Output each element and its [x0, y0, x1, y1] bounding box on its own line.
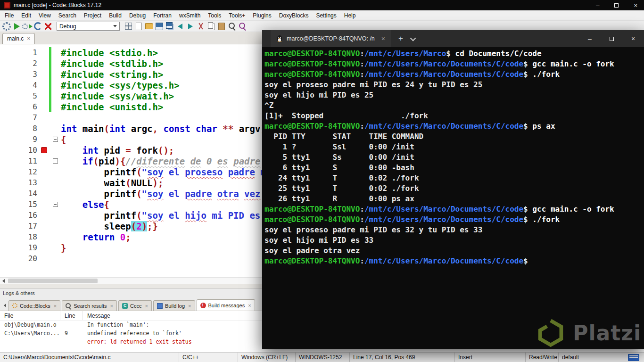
- breakpoint-margin[interactable]: [40, 188, 49, 199]
- new-file-icon[interactable]: [133, 21, 144, 32]
- logs-tab-build-messages[interactable]: Build messages×: [197, 299, 255, 311]
- breakpoint-margin[interactable]: [40, 145, 49, 156]
- build-icon[interactable]: [1, 21, 12, 32]
- copy-icon[interactable]: [206, 21, 216, 32]
- menu-file[interactable]: File: [1, 11, 17, 20]
- tabs-scroll-left-icon[interactable]: [1, 300, 8, 311]
- menu-search[interactable]: Search: [55, 11, 80, 20]
- menu-plugins[interactable]: Plugins: [249, 11, 275, 20]
- menu-wxsmith[interactable]: wxSmith: [175, 11, 204, 20]
- logs-tab-code-blocks[interactable]: Code::Blocks×: [8, 300, 60, 311]
- breakpoint-margin[interactable]: [40, 177, 49, 188]
- close-tab-icon[interactable]: ×: [27, 35, 30, 42]
- column-header-file: File: [0, 311, 60, 320]
- paste-icon[interactable]: [216, 21, 227, 32]
- abort-icon[interactable]: [43, 21, 53, 32]
- cut-icon[interactable]: [196, 21, 206, 32]
- close-tab-icon[interactable]: ×: [381, 35, 385, 42]
- fold-margin: [51, 145, 59, 156]
- breakpoint-margin[interactable]: [40, 156, 49, 166]
- line-number: 2: [0, 58, 40, 69]
- line-number: 18: [0, 231, 40, 242]
- redo-icon[interactable]: [185, 21, 196, 32]
- breakpoint-margin[interactable]: [40, 58, 49, 69]
- build-target-select[interactable]: Debug: [57, 22, 120, 31]
- close-tab-icon[interactable]: ×: [54, 303, 57, 309]
- replace-icon[interactable]: [237, 21, 248, 32]
- scroll-left-arrow-icon[interactable]: [0, 278, 7, 284]
- breakpoint-margin[interactable]: [40, 90, 49, 101]
- maximize-icon: [614, 3, 619, 8]
- breakpoint-margin[interactable]: [40, 101, 49, 112]
- show-target-icon[interactable]: [123, 21, 133, 32]
- menu-tools[interactable]: Tools: [204, 11, 225, 20]
- find-icon[interactable]: [227, 21, 237, 32]
- close-button[interactable]: ×: [622, 30, 644, 47]
- menu-settings[interactable]: Settings: [312, 11, 340, 20]
- breakpoint-margin[interactable]: [40, 199, 49, 210]
- breakpoint-margin[interactable]: [40, 221, 49, 231]
- save-icon[interactable]: [154, 21, 165, 32]
- breakpoint-margin[interactable]: [40, 123, 49, 134]
- editor-tab-main-c[interactable]: main.c ×: [2, 33, 35, 44]
- breakpoint-margin[interactable]: [40, 112, 49, 123]
- breakpoint-margin[interactable]: [40, 210, 49, 221]
- menu-project[interactable]: Project: [80, 11, 105, 20]
- status-profile: default: [559, 353, 615, 362]
- logs-tab-cccc[interactable]: Cccc×: [118, 300, 152, 311]
- logs-tab-build-log[interactable]: Build log×: [153, 300, 195, 311]
- line-number: 1: [0, 47, 40, 58]
- save-all-icon[interactable]: [165, 21, 175, 32]
- terminal-tab[interactable]: marco@DESKTOP-84TQNVO: /n ×: [271, 30, 391, 47]
- codeblocks-app-icon: [4, 2, 10, 8]
- menu-tools[interactable]: Tools+: [225, 11, 249, 20]
- new-tab-button[interactable]: +: [398, 34, 403, 43]
- close-button[interactable]: ×: [634, 2, 637, 8]
- logs-tab-search-results[interactable]: Search results×: [62, 300, 117, 311]
- build-and-run-icon[interactable]: [22, 21, 33, 32]
- minimize-button[interactable]: –: [596, 2, 599, 8]
- menu-debug[interactable]: Debug: [125, 11, 149, 20]
- terminal-window: marco@DESKTOP-84TQNVO: /n × + – × marco@…: [262, 30, 644, 349]
- minimize-button[interactable]: –: [579, 30, 601, 47]
- breakpoint-margin[interactable]: [40, 69, 49, 80]
- undo-icon[interactable]: [175, 21, 185, 32]
- breakpoint-margin[interactable]: [40, 231, 49, 242]
- menu-edit[interactable]: Edit: [17, 11, 35, 20]
- fold-collapse-icon[interactable]: [53, 202, 58, 207]
- breakpoint-margin[interactable]: [40, 80, 49, 90]
- breakpoint-margin[interactable]: [40, 134, 49, 145]
- terminal-tab-title: marco@DESKTOP-84TQNVO: /n: [287, 35, 375, 42]
- tab-dropdown-chevron-icon[interactable]: [410, 35, 416, 41]
- menu-help[interactable]: Help: [340, 11, 360, 20]
- breakpoint-margin[interactable]: [40, 253, 49, 264]
- scrollbar-thumb[interactable]: [8, 279, 98, 283]
- code-text: printf("soy el padre otra vez: [59, 189, 260, 199]
- close-tab-icon[interactable]: ×: [110, 303, 113, 309]
- close-tab-icon[interactable]: ×: [188, 303, 191, 309]
- terminal-line: 26 tty1 R 0:00 ps ax: [264, 194, 644, 204]
- close-tab-icon[interactable]: ×: [248, 303, 251, 308]
- close-tab-icon[interactable]: ×: [145, 303, 148, 309]
- chevron-down-icon: [113, 25, 117, 27]
- maximize-button[interactable]: [614, 2, 619, 8]
- fold-margin: [51, 123, 59, 134]
- code-text: #include <sys/wait.h>: [59, 91, 174, 101]
- menu-doxyblocks[interactable]: DoxyBlocks: [275, 11, 313, 20]
- open-file-icon[interactable]: [144, 21, 154, 32]
- fold-collapse-icon[interactable]: [53, 158, 58, 164]
- maximize-button[interactable]: [601, 30, 622, 47]
- rebuild-icon[interactable]: [33, 21, 43, 32]
- fold-collapse-icon[interactable]: [53, 137, 58, 142]
- keyboard-layout-icon[interactable]: [628, 354, 639, 361]
- status-caret-position: Line 17, Col 16, Pos 469: [350, 353, 455, 362]
- terminal-output[interactable]: marco@DESKTOP-84TQNVO:/mnt/c/Users/Marco…: [262, 47, 644, 349]
- menu-build[interactable]: Build: [105, 11, 125, 20]
- menu-fortran[interactable]: Fortran: [149, 11, 175, 20]
- menu-view[interactable]: View: [35, 11, 55, 20]
- run-icon[interactable]: [12, 21, 22, 32]
- code-text: else{: [59, 199, 109, 210]
- breakpoint-margin[interactable]: [40, 47, 49, 58]
- breakpoint-margin[interactable]: [40, 166, 49, 177]
- breakpoint-margin[interactable]: [40, 242, 49, 253]
